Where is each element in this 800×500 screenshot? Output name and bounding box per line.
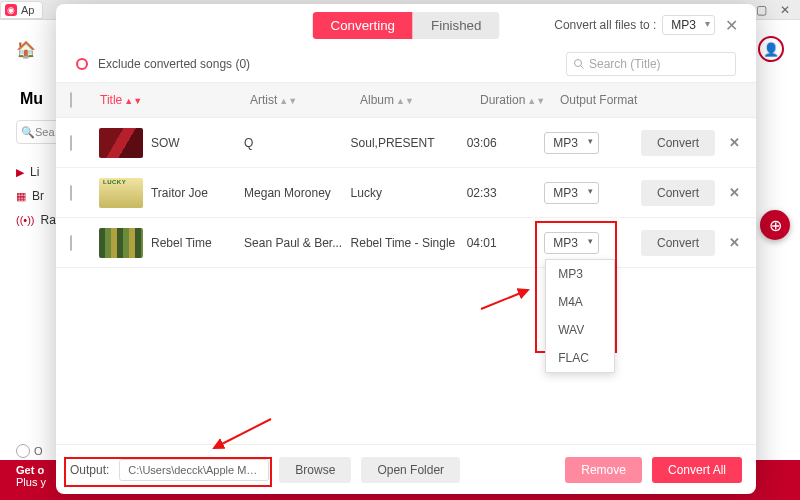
exclude-label: Exclude converted songs (0) — [98, 57, 250, 71]
svg-line-1 — [581, 66, 584, 69]
track-thumbnail — [99, 178, 143, 208]
remove-row-button[interactable]: ✕ — [727, 235, 742, 250]
table-row: Traitor Joe Megan Moroney Lucky 02:33 MP… — [56, 168, 756, 218]
col-format: Output Format — [560, 93, 660, 107]
search-input[interactable]: Search (Title) — [566, 52, 736, 76]
exclude-radio[interactable] — [76, 58, 88, 70]
select-all-checkbox[interactable] — [70, 92, 72, 108]
table-row: SOW Q Soul,PRESENT 03:06 MP3 Convert ✕ — [56, 118, 756, 168]
sort-icon: ▲▼ — [279, 96, 297, 106]
tab-converting[interactable]: Converting — [313, 12, 413, 39]
tab-favicon-icon: ◉ — [5, 4, 17, 16]
convert-button[interactable]: Convert — [641, 180, 715, 206]
output-path-field[interactable]: C:\Users\decck\Apple Music... — [119, 459, 269, 481]
track-title: Traitor Joe — [151, 186, 208, 200]
fab-add-button[interactable]: ⊕ — [760, 210, 790, 240]
convert-button[interactable]: Convert — [641, 130, 715, 156]
table-header: Title▲▼ Artist▲▼ Album▲▼ Duration▲▼ Outp… — [56, 82, 756, 118]
convert-all-button[interactable]: Convert All — [652, 457, 742, 483]
format-select[interactable]: MP3 MP3 M4A WAV FLAC — [544, 232, 599, 254]
format-option[interactable]: FLAC — [546, 344, 614, 372]
track-thumbnail — [99, 228, 143, 258]
modal-header: Converting Finished Convert all files to… — [56, 4, 756, 46]
col-album[interactable]: Album▲▼ — [360, 93, 480, 107]
radio-icon: ((•)) — [16, 214, 35, 226]
row-checkbox[interactable] — [70, 185, 72, 201]
plus-circle-icon: ⊕ — [769, 216, 782, 235]
modal-close-button[interactable]: ✕ — [721, 16, 742, 35]
remove-row-button[interactable]: ✕ — [727, 185, 742, 200]
col-title[interactable]: Title▲▼ — [100, 93, 250, 107]
track-album: Lucky — [351, 186, 467, 200]
modal-toolbar: Exclude converted songs (0) Search (Titl… — [56, 46, 756, 82]
output-label: Output: — [70, 463, 109, 477]
search-icon: 🔍 — [21, 126, 35, 139]
window-maximize-icon[interactable]: ▢ — [754, 3, 768, 17]
tab-finished[interactable]: Finished — [413, 12, 499, 39]
track-artist: Q — [244, 136, 350, 150]
circle-icon — [16, 444, 30, 458]
table-row: Rebel Time Sean Paul & Ber... Rebel Time… — [56, 218, 756, 268]
col-artist[interactable]: Artist▲▼ — [250, 93, 360, 107]
browser-tab[interactable]: ◉ Ap — [0, 1, 43, 19]
track-album: Rebel Time - Single — [351, 236, 467, 250]
track-album: Soul,PRESENT — [351, 136, 467, 150]
svg-point-0 — [575, 60, 582, 67]
format-option[interactable]: MP3 — [546, 260, 614, 288]
open-folder-button[interactable]: Open Folder — [361, 457, 460, 483]
format-option[interactable]: WAV — [546, 316, 614, 344]
format-option[interactable]: M4A — [546, 288, 614, 316]
grid-icon: ▦ — [16, 190, 26, 203]
col-duration[interactable]: Duration▲▼ — [480, 93, 560, 107]
window-close-icon[interactable]: ✕ — [778, 3, 792, 17]
format-select[interactable]: MP3 — [544, 182, 599, 204]
home-icon[interactable]: 🏠 — [16, 40, 36, 59]
tab-segmented-control: Converting Finished — [313, 12, 500, 39]
bg-open-in[interactable]: O — [16, 444, 43, 458]
track-title: SOW — [151, 136, 180, 150]
search-icon — [573, 58, 585, 70]
avatar[interactable]: 👤 — [758, 36, 784, 62]
sort-icon: ▲▼ — [124, 96, 142, 106]
format-select[interactable]: MP3 — [544, 132, 599, 154]
background-sidenav: ▶Li ▦Br ((•))Ra — [16, 160, 56, 232]
track-duration: 03:06 — [467, 136, 544, 150]
remove-button[interactable]: Remove — [565, 457, 642, 483]
track-thumbnail — [99, 128, 143, 158]
browse-button[interactable]: Browse — [279, 457, 351, 483]
track-artist: Megan Moroney — [244, 186, 350, 200]
tracks-table: Title▲▼ Artist▲▼ Album▲▼ Duration▲▼ Outp… — [56, 82, 756, 444]
track-title: Rebel Time — [151, 236, 212, 250]
track-duration: 04:01 — [467, 236, 544, 250]
tab-label: Ap — [21, 4, 34, 16]
track-artist: Sean Paul & Ber... — [244, 236, 350, 250]
remove-row-button[interactable]: ✕ — [727, 135, 742, 150]
convert-button[interactable]: Convert — [641, 230, 715, 256]
track-duration: 02:33 — [467, 186, 544, 200]
sidenav-listen[interactable]: ▶Li — [16, 160, 56, 184]
sidenav-radio[interactable]: ((•))Ra — [16, 208, 56, 232]
app-logo: Mu — [16, 90, 43, 108]
row-checkbox[interactable] — [70, 235, 72, 251]
format-dropdown-menu: MP3 M4A WAV FLAC — [545, 259, 615, 373]
sort-icon: ▲▼ — [527, 96, 545, 106]
convert-all-label: Convert all files to : — [554, 18, 656, 32]
browser-tab-strip: ◉ Ap — [0, 0, 43, 20]
global-format-select[interactable]: MP3 — [662, 15, 715, 35]
modal-footer: Output: C:\Users\decck\Apple Music... Br… — [56, 444, 756, 494]
converter-modal: Converting Finished Convert all files to… — [56, 4, 756, 494]
sidenav-browse[interactable]: ▦Br — [16, 184, 56, 208]
sort-icon: ▲▼ — [396, 96, 414, 106]
play-circle-icon: ▶ — [16, 166, 24, 179]
row-checkbox[interactable] — [70, 135, 72, 151]
